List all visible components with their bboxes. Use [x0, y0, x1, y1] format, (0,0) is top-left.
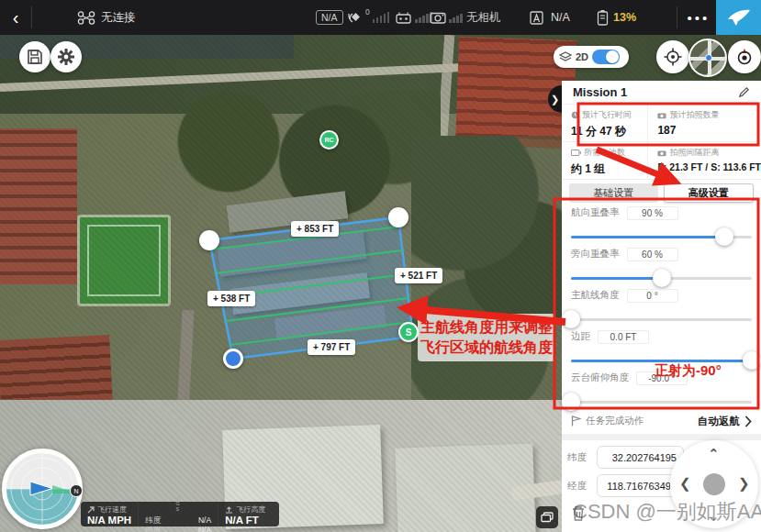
- slider-thumb[interactable]: [653, 269, 671, 287]
- annotation-gimbal-note: 正射为-90°: [655, 362, 722, 380]
- start-point-marker[interactable]: S: [398, 322, 419, 342]
- settings-tabs: 基础设置 高级设置: [569, 183, 754, 203]
- advanced-settings: 航向重叠率90 % 旁向重叠率60 % 主航线角度0 ° 边距0.0 FT 云台…: [571, 205, 752, 412]
- latitude-input[interactable]: [597, 446, 684, 469]
- app-screen: S RC + 853 FT + 521 FT + 538 FT + 797 FT: [0, 0, 761, 532]
- rc-signal-group: [395, 0, 432, 35]
- setting-course-overlap: 航向重叠率90 %: [571, 205, 752, 247]
- more-menu-button[interactable]: •••: [685, 0, 712, 35]
- setting-side-overlap: 旁向重叠率60 %: [571, 247, 752, 288]
- flag-icon: [571, 416, 581, 427]
- annotation-line2: 飞行区域的航线角度: [420, 338, 553, 358]
- nudge-up-button[interactable]: ⌃: [708, 446, 720, 462]
- battery-icon: [571, 150, 581, 156]
- camera-signal-bars: [449, 12, 463, 23]
- speed-arrow-icon: [87, 506, 95, 514]
- satellite-icon: [347, 10, 364, 26]
- vertex-handle-topleft[interactable]: [199, 230, 219, 250]
- toggle-knob: [606, 50, 619, 63]
- telemetry-altitude: 飞行高度 N/A FT: [218, 502, 272, 526]
- camera-icon: [430, 11, 446, 24]
- gear-icon: [57, 48, 75, 66]
- flight-mode-badge: N/A: [316, 10, 343, 25]
- save-icon: [27, 49, 43, 65]
- course-angle-value[interactable]: 0 °: [627, 289, 678, 303]
- edge-length-label-top[interactable]: + 853 FT: [291, 221, 339, 237]
- back-button[interactable]: ‹: [0, 0, 31, 35]
- trash-icon: [571, 505, 586, 522]
- annotation-line1: 主航线角度用来调整: [420, 317, 553, 338]
- compass-face: [6, 453, 78, 525]
- rc-mode-group[interactable]: N/A: [529, 0, 570, 35]
- telemetry-position: WGS 纬度N/A 经度N/A: [138, 502, 218, 526]
- slider-thumb[interactable]: [562, 393, 580, 411]
- course-overlap-slider[interactable]: [571, 228, 752, 247]
- edge-length-label-right[interactable]: + 521 FT: [395, 268, 442, 283]
- battery-icon: [597, 9, 609, 26]
- mission-settings-button[interactable]: [50, 41, 82, 72]
- longitude-row: 经度: [567, 473, 687, 498]
- chevron-left-icon: ‹: [13, 7, 19, 28]
- gimbal-pitch-slider[interactable]: [571, 393, 752, 412]
- nudge-right-button[interactable]: ❯: [738, 475, 750, 492]
- edge-length-label-bottom[interactable]: + 797 FT: [308, 339, 355, 355]
- chevron-right-icon: [744, 416, 752, 427]
- locate-button[interactable]: [656, 40, 689, 73]
- tab-advanced-settings[interactable]: 高级设置: [664, 183, 755, 203]
- camera-status-text: 无相机: [466, 10, 501, 26]
- nudge-left-button[interactable]: ❮: [679, 475, 691, 492]
- camera-icon: [657, 112, 666, 119]
- margin-value[interactable]: 0.0 FT: [598, 330, 649, 344]
- edge-length-label-left[interactable]: + 538 FT: [207, 291, 255, 306]
- compass-reset-button[interactable]: [728, 40, 761, 73]
- map-2d-label: 2D: [576, 51, 588, 62]
- edit-pencil-icon[interactable]: [738, 86, 750, 98]
- watermark-text: CSDN @一别如斯AA: [573, 498, 761, 526]
- locate-icon: [664, 48, 682, 66]
- gps-signal-bars: [373, 12, 390, 23]
- slider-thumb[interactable]: [743, 351, 761, 370]
- satellite-count: 0: [365, 7, 370, 17]
- battery-percent: 13%: [613, 11, 636, 24]
- side-overlap-slider[interactable]: [571, 270, 752, 288]
- finish-action-value: 自动返航: [698, 415, 740, 428]
- course-angle-slider[interactable]: [571, 311, 752, 329]
- camera-status-group: 无相机: [466, 0, 501, 35]
- stat-photo-interval: 拍照间隔距离 F: 21.3 FT / S: 113.6 FT: [648, 142, 761, 180]
- connection-status: 无连接: [101, 10, 136, 26]
- vertex-handle-selected[interactable]: [223, 349, 243, 369]
- minimap[interactable]: [688, 39, 727, 77]
- takeoff-button[interactable]: [716, 0, 761, 35]
- north-badge: N: [70, 484, 83, 497]
- flight-mode-group: N/A: [316, 0, 343, 35]
- save-mission-button[interactable]: [19, 41, 50, 72]
- rc-location-marker[interactable]: RC: [319, 130, 339, 150]
- stat-battery-count: 所需电池数 约 1 组: [562, 142, 648, 180]
- slider-thumb[interactable]: [562, 310, 580, 328]
- mission-stats: 预计飞行时间 11 分 47 秒 预计拍照数量 187 所需电池数 约 1 组: [562, 105, 761, 180]
- layers-icon: [559, 51, 572, 63]
- aircraft-arrow: [30, 482, 52, 495]
- telemetry-bar: 飞行速度 N/A MPH WGS 纬度N/A 经度N/A 飞行高度 N/A FT: [81, 502, 279, 526]
- annotation-callout: 主航线角度用来调整 飞行区域的航线角度: [418, 314, 555, 361]
- mission-title: Mission 1: [573, 85, 627, 99]
- map-2d-toggle[interactable]: [592, 50, 620, 64]
- finish-action-row[interactable]: 任务完成动作 自动返航: [562, 411, 761, 431]
- aircraft-status[interactable]: 无连接: [77, 0, 136, 35]
- tab-basic-settings[interactable]: 基础设置: [569, 183, 658, 203]
- clipboard-a-icon: [529, 10, 545, 26]
- camera-signal-group: [430, 0, 463, 35]
- divider: [31, 6, 32, 28]
- slider-thumb[interactable]: [715, 227, 733, 246]
- setting-course-angle: 主航线角度0 °: [571, 288, 752, 329]
- rc-mode-value: N/A: [551, 11, 570, 24]
- nudge-center-button[interactable]: [703, 473, 725, 495]
- course-overlap-value[interactable]: 90 %: [627, 206, 678, 220]
- stat-flight-time: 预计飞行时间 11 分 47 秒: [562, 105, 648, 142]
- divider: [677, 6, 677, 28]
- vertex-handle-topright[interactable]: [388, 207, 408, 227]
- map-snapshot-button[interactable]: [536, 506, 558, 528]
- side-overlap-value[interactable]: 60 %: [627, 248, 678, 261]
- battery-group[interactable]: 13%: [597, 0, 636, 35]
- stacked-frames-icon: [541, 512, 554, 523]
